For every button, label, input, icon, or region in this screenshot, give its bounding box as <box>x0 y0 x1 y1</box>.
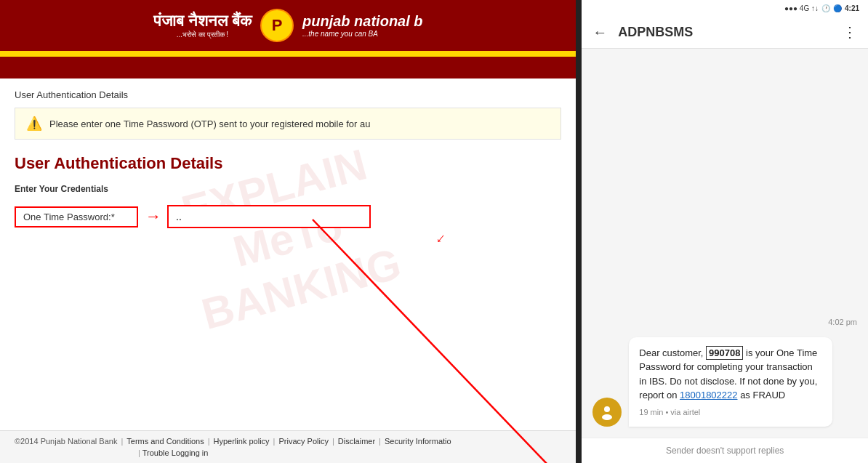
otp-form-row: One Time Password:* → <box>15 205 561 228</box>
message-timestamp: 4:02 pm <box>592 318 857 326</box>
bank-english-name: punjab national b <box>302 13 423 30</box>
svg-line-2 <box>313 220 567 463</box>
clock-icon: 🕐 <box>821 4 830 12</box>
disclaimer-link[interactable]: Disclaimer <box>338 437 375 446</box>
sms-body-start: Dear customer, <box>639 347 706 358</box>
svg-text:P: P <box>272 16 283 34</box>
terms-link[interactable]: Terms and Conditions <box>126 437 204 446</box>
section-title-small: User Authentication Details <box>15 89 561 100</box>
bank-header: पंजाब नैशनल बैंक ...भरोसे का प्रतीक ! P … <box>0 0 576 51</box>
hyperlink-policy-link[interactable]: Hyperlink policy <box>214 437 270 446</box>
signal-icon: ●●● 4G ↑↓ <box>784 4 819 12</box>
bank-panel: पंजाब नैशनल बैंक ...भरोसे का प्रतीक ! P … <box>0 0 576 463</box>
sms-bubble: Dear customer, 990708 is your One Time P… <box>629 337 832 427</box>
arrow-down-icon: ↓ <box>433 229 449 246</box>
bluetooth-icon: 🔵 <box>833 4 842 12</box>
sms-body-final: as FRAUD <box>738 390 786 400</box>
trouble-login-link[interactable]: Trouble Logging in <box>142 448 209 457</box>
time-display: 4:21 <box>845 4 859 12</box>
sms-container: Dear customer, 990708 is your One Time P… <box>592 337 857 427</box>
bank-subtitle: ...भरोसे का प्रतीक ! <box>177 31 228 39</box>
bank-footer: ©2014 Punjab National Bank | Terms and C… <box>0 430 576 463</box>
fraud-number: 18001802222 <box>680 390 738 400</box>
mobile-panel: ●●● 4G ↑↓ 🕐 🔵 4:21 ← ADPNBSMS ⋮ 4:02 pm … <box>579 0 868 463</box>
svg-point-3 <box>604 406 610 412</box>
back-button[interactable]: ← <box>592 24 607 41</box>
sender-avatar <box>592 398 622 427</box>
message-area: 4:02 pm Dear customer, 990708 is your On… <box>582 49 868 438</box>
bank-english-subtitle: ...the name you can BA <box>302 30 423 38</box>
nav-bar <box>0 57 576 78</box>
annotation-arrow <box>305 209 576 463</box>
svg-point-4 <box>602 414 612 420</box>
app-header: ← ADPNBSMS ⋮ <box>582 16 868 49</box>
bank-hindi-name: पंजाब नैशनल बैंक <box>153 12 252 31</box>
privacy-policy-link[interactable]: Privacy Policy <box>278 437 328 446</box>
status-bar: ●●● 4G ↑↓ 🕐 🔵 4:21 <box>582 0 868 16</box>
credentials-label: Enter Your Credentials <box>15 184 561 194</box>
warning-text: Please enter one Time Password (OTP) sen… <box>49 118 370 129</box>
otp-code-highlight: 990708 <box>706 346 743 360</box>
main-heading: User Authentication Details <box>15 154 561 173</box>
menu-button[interactable]: ⋮ <box>843 23 857 41</box>
bank-logo-icon: P <box>259 7 295 44</box>
bank-content: EXPLAINMeToBANKING User Authentication D… <box>0 78 576 430</box>
security-info-link[interactable]: Security Informatio <box>385 437 451 446</box>
app-title: ADPNBSMS <box>618 25 832 40</box>
otp-label: One Time Password:* <box>15 206 138 228</box>
otp-input[interactable] <box>167 205 371 228</box>
warning-box: ⚠️ Please enter one Time Password (OTP) … <box>15 108 561 140</box>
yellow-accent-bar <box>0 51 576 57</box>
warning-icon: ⚠️ <box>26 116 42 132</box>
person-icon <box>598 403 616 421</box>
sms-meta: 19 min • via airtel <box>639 406 822 419</box>
sender-info: Sender doesn't support replies <box>582 438 868 463</box>
arrow-right-icon: → <box>145 207 161 226</box>
copyright-text: ©2014 Punjab National Bank <box>15 437 117 446</box>
